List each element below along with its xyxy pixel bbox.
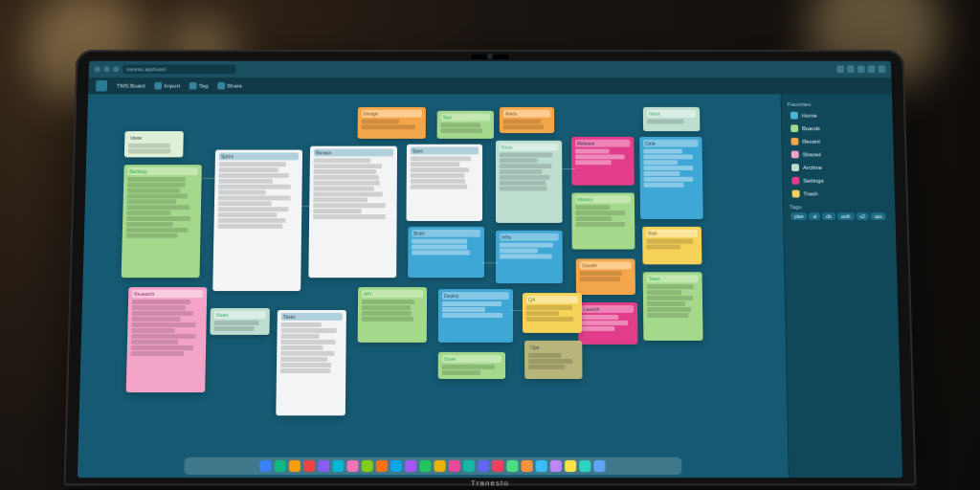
board-card[interactable]: Release [571,137,635,186]
card-line [313,203,385,208]
card-header: Data [643,140,698,147]
board-card[interactable]: Inbox [643,107,701,131]
sidebar-item[interactable]: Recent [788,135,887,148]
board-card[interactable]: Data [639,137,703,219]
board-card[interactable]: Ideas [124,131,184,157]
app-logo-icon[interactable] [96,80,107,92]
dock-app-icon[interactable] [260,460,272,472]
card-line [500,164,552,168]
board-card[interactable]: Alerts [500,107,554,133]
toolbar-button[interactable]: Tag [189,82,209,90]
dock-app-icon[interactable] [493,460,504,472]
card-line [214,321,259,325]
dock-app-icon[interactable] [420,460,432,472]
sidebar-tag-chip[interactable]: auth [837,212,855,220]
card-line [218,218,285,223]
card-line [313,187,373,191]
board-canvas[interactable]: InboxTeamRiskDataLaunchGrowthMetricsRele… [78,94,789,478]
dock-app-icon[interactable] [478,460,489,472]
card-header: Release [575,140,630,147]
sidebar-tag-chip[interactable]: ui [809,212,820,220]
sidebar-item[interactable]: Boards [788,122,887,135]
dock-app-icon[interactable] [347,460,359,472]
extension-icon[interactable] [858,65,865,73]
sidebar-item[interactable]: Settings [789,174,888,188]
card-line [411,173,464,178]
board-card[interactable]: Infra [496,231,563,283]
sidebar-tag-chip[interactable]: db [822,212,835,220]
board-card[interactable]: Build [408,227,484,278]
dock-app-icon[interactable] [565,460,576,472]
sidebar-tag-chip[interactable]: ops [870,212,885,220]
board-card[interactable]: Research [126,287,208,392]
dock-app-icon[interactable] [303,460,315,472]
dock-app-icon[interactable] [275,460,286,472]
dock-app-icon[interactable] [289,460,301,472]
dock-app-icon[interactable] [405,460,416,472]
sidebar-tag-chip[interactable]: plan [791,212,808,220]
card-header: Alerts [503,110,550,118]
board-card[interactable]: Backlog [122,165,202,278]
traffic-light-icon[interactable] [95,66,100,72]
sidebar-item[interactable]: Archive [789,161,888,174]
sidebar-item[interactable]: Shared [789,148,888,162]
board-card[interactable]: Spec [406,145,482,221]
dock-app-icon[interactable] [434,460,446,472]
board-card[interactable]: Design [358,107,426,139]
url-bar[interactable]: tranesto.app/board [122,65,235,75]
extension-icon[interactable] [867,65,875,73]
extension-icon[interactable] [847,65,855,73]
connector-line [202,178,217,179]
board-card[interactable]: API [358,287,427,343]
dock-app-icon[interactable] [536,460,547,472]
board-card[interactable]: Sprint [212,150,302,292]
card-line [528,359,572,364]
card-line [500,243,553,248]
board-card[interactable]: Risk [642,227,702,264]
board-card[interactable]: Growth [576,258,635,295]
card-line [126,205,189,210]
card-header: Review [314,149,393,157]
dock-app-icon[interactable] [522,460,533,472]
dock-app-icon[interactable] [362,460,373,472]
dock-app-icon[interactable] [390,460,402,472]
dock-app-icon[interactable] [550,460,562,472]
card-line [411,156,471,161]
board-card[interactable]: Ops [524,341,582,379]
card-line [314,175,379,180]
board-card[interactable]: QA [523,293,582,333]
dock-app-icon[interactable] [579,460,590,472]
board-card[interactable]: Done [438,352,505,379]
board-card[interactable]: Notes [210,308,270,335]
dock-app-icon[interactable] [376,460,388,472]
board-card[interactable]: Launch [578,302,637,345]
board-card[interactable]: Tasks [276,310,346,415]
board-card[interactable]: Test [437,111,494,139]
dock-app-icon[interactable] [333,460,345,472]
card-line [280,357,327,362]
card-line [218,179,273,184]
board-card[interactable]: Deploy [438,289,513,343]
sidebar-item[interactable]: Home [788,109,887,122]
board-card[interactable]: Review [308,146,397,278]
dock-app-icon[interactable] [507,460,519,472]
toolbar-button[interactable]: Share [217,82,242,90]
traffic-light-icon[interactable] [103,66,109,72]
board-card[interactable]: Metrics [571,193,635,250]
board-card[interactable]: Team [643,272,703,341]
menu-icon[interactable] [878,65,885,73]
card-line [280,351,334,356]
sidebar-tag-chip[interactable]: v2 [856,212,868,220]
toolbar-button[interactable]: Import [155,82,181,90]
card-line [131,345,193,350]
dock-app-icon[interactable] [318,460,329,472]
sidebar-item[interactable]: Trash [790,188,890,201]
traffic-light-icon[interactable] [113,66,119,72]
board-card[interactable]: Docs [496,141,563,223]
dock-app-icon[interactable] [463,460,475,472]
right-sidebar: Favorites HomeBoardsRecentSharedArchiveS… [781,94,903,478]
dock-app-icon[interactable] [449,460,460,472]
extension-icon[interactable] [836,65,844,73]
toolbar-button-icon [155,82,163,90]
dock-app-icon[interactable] [594,460,606,472]
